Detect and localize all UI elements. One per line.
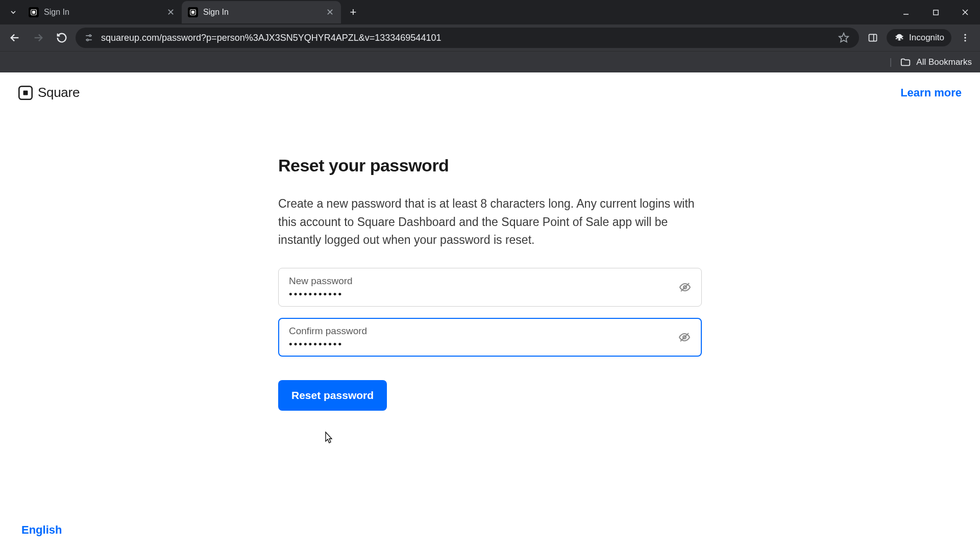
browser-tab-inactive[interactable]: Sign In ✕	[22, 1, 182, 23]
window-minimize-button[interactable]	[891, 0, 921, 24]
svg-rect-5	[933, 10, 938, 14]
site-settings-icon[interactable]	[84, 33, 94, 43]
cursor-icon	[322, 431, 334, 445]
new-password-input[interactable]	[289, 289, 691, 300]
instruction-text: Create a new password that is at least 8…	[278, 195, 702, 249]
bookmarks-separator: |	[890, 57, 892, 67]
nav-reload-button[interactable]	[52, 28, 71, 47]
brand-name: Square	[38, 85, 80, 101]
browser-toolbar: squareup.com/password?p=person%3AJX3SN5Y…	[0, 24, 980, 51]
nav-forward-button[interactable]	[29, 28, 48, 47]
svg-marker-16	[839, 33, 848, 42]
confirm-password-field[interactable]: Confirm password	[278, 318, 702, 357]
tab-title: Sign In	[203, 8, 320, 17]
new-password-label: New password	[289, 276, 691, 287]
svg-rect-17	[869, 34, 877, 41]
nav-back-button[interactable]	[5, 28, 24, 47]
side-panel-icon[interactable]	[863, 28, 883, 47]
confirm-password-input[interactable]	[289, 339, 691, 350]
window-maximize-button[interactable]	[921, 0, 950, 24]
svg-point-19	[897, 38, 899, 40]
square-logo-icon	[18, 86, 33, 100]
tab-search-dropdown[interactable]	[4, 3, 22, 21]
svg-rect-25	[23, 90, 28, 95]
svg-point-22	[964, 37, 966, 38]
show-password-icon[interactable]	[678, 280, 692, 294]
tab-close-icon[interactable]: ✕	[325, 7, 335, 17]
tab-favicon-icon	[188, 7, 198, 17]
address-bar[interactable]: squareup.com/password?p=person%3AJX3SN5Y…	[76, 28, 859, 48]
window-controls	[891, 0, 980, 24]
tab-title: Sign In	[44, 8, 160, 17]
incognito-indicator[interactable]: Incognito	[887, 29, 951, 46]
window-close-button[interactable]	[950, 0, 980, 24]
reset-password-form: Reset your password Create a new passwor…	[278, 156, 702, 411]
square-brand[interactable]: Square	[18, 85, 80, 101]
page-header: Square Learn more	[0, 72, 980, 110]
tab-close-icon[interactable]: ✕	[165, 7, 176, 17]
page-title: Reset your password	[278, 156, 702, 176]
show-password-icon[interactable]	[677, 330, 692, 344]
svg-point-20	[900, 38, 902, 40]
language-selector[interactable]: English	[21, 523, 62, 537]
tab-favicon-icon	[29, 7, 39, 17]
browser-menu-icon[interactable]	[955, 28, 975, 47]
svg-point-21	[964, 34, 966, 36]
all-bookmarks-button[interactable]: All Bookmarks	[900, 57, 972, 68]
new-password-field[interactable]: New password	[278, 268, 702, 307]
tab-strip: Sign In ✕ Sign In ✕ +	[0, 0, 980, 24]
browser-chrome: Sign In ✕ Sign In ✕ +	[0, 0, 980, 72]
new-tab-button[interactable]: +	[344, 3, 362, 21]
url-text: squareup.com/password?p=person%3AJX3SN5Y…	[101, 33, 829, 43]
svg-rect-1	[33, 11, 35, 14]
svg-point-23	[964, 40, 966, 41]
learn-more-link[interactable]: Learn more	[900, 86, 962, 99]
bookmarks-bar: | All Bookmarks	[0, 51, 980, 72]
all-bookmarks-label: All Bookmarks	[916, 57, 972, 67]
svg-rect-3	[192, 11, 194, 14]
confirm-password-label: Confirm password	[289, 325, 691, 337]
page-content: Square Learn more Reset your password Cr…	[0, 72, 980, 551]
incognito-label: Incognito	[909, 33, 944, 43]
svg-point-12	[89, 35, 91, 36]
svg-point-15	[87, 39, 88, 41]
reset-password-button[interactable]: Reset password	[278, 380, 387, 411]
browser-tab-active[interactable]: Sign In ✕	[182, 1, 341, 23]
bookmark-star-icon[interactable]	[837, 31, 851, 45]
